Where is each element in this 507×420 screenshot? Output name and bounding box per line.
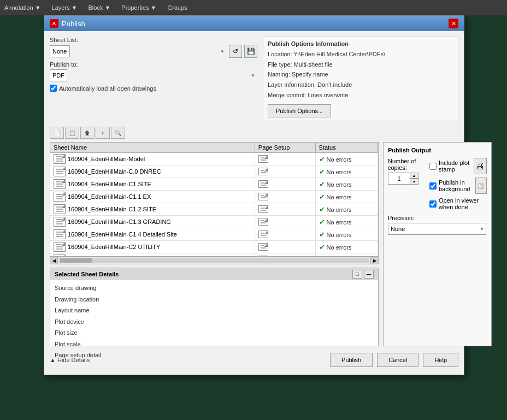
stamp-icon-btn[interactable]: 🖨 [474,158,486,174]
table-row[interactable]: 160904_EdenHillMain-C1.1 EX ✔ No errors [50,191,378,203]
sheet-name-text: 160904_EdenHillMain-C1.2 SITE [68,206,156,212]
toolbar-annotation[interactable]: Annotation ▼ [4,4,41,11]
details-expand-btn[interactable]: □ [352,270,362,279]
col-sheet-name: Sheet Name [50,143,255,153]
output-panel: Publish Output Number of copies: ▲ ▼ [383,142,492,346]
publish-bg-row: Publish in background 📋 [429,178,487,194]
status-check-icon: ✔ [319,168,325,176]
top-section: Sheet List: None ↺ 💾 Publish to: [50,37,458,121]
toolbar-groups[interactable]: Groups [167,4,187,11]
sheet-list-group: Sheet List: None ↺ 💾 [50,37,257,58]
toolbar-block[interactable]: Block ▼ [89,4,111,11]
details-field: Drawing location [55,294,374,305]
sheet-toolbar: 📄 📋 🗑 ↑ 🔍 [50,126,458,140]
open-viewer-checkbox[interactable] [429,200,437,208]
sheet-list-label: Sheet List: [50,37,257,43]
page-setup-icon [258,155,268,163]
toolbar-layers[interactable]: Layers ▼ [52,4,78,11]
close-button[interactable]: ✕ [449,19,458,28]
publish-dialog: A Publish ✕ Sheet List: None ↺ [44,15,464,375]
copies-input[interactable] [388,173,410,185]
cell-page-setup [255,241,315,253]
cell-status: ✔ No errors [315,241,378,253]
table-row[interactable]: 160904_EdenHillMain-Model ✔ No errors [50,153,378,165]
cell-page-setup [255,178,315,191]
page-setup-icon [258,205,268,213]
auto-load-checkbox[interactable] [50,85,57,92]
cell-sheet-name: 160904_EdenHillMain-Model [50,153,255,165]
copies-row: Number of copies: ▲ ▼ [388,158,487,210]
details-header: Selected Sheet Details □ — [50,268,378,280]
action-buttons: Publish Cancel Help [330,353,458,367]
copies-group: Number of copies: ▲ ▼ [388,158,418,185]
add-sheet-btn[interactable]: 📄 [50,127,64,139]
bg-icon-btn[interactable]: 📋 [475,178,487,194]
publish-options-button[interactable]: Publish Options... [268,104,331,117]
spinner-buttons: ▲ ▼ [410,173,418,185]
sheet-list-select[interactable]: None [50,45,70,57]
status-text: No errors [327,244,352,251]
horizontal-scrollbar[interactable]: ◀ ▶ [50,257,379,264]
publish-to-group: Publish to: PDF [50,61,257,81]
left-column: Sheet Name Page Setup Status [50,142,379,346]
publish-bg-checkbox[interactable] [429,182,437,190]
status-text: No errors [327,156,352,163]
cell-page-setup [255,191,315,203]
details-field: Plot device [55,316,374,328]
info-title: Publish Options Information [268,40,453,47]
status-text: No errors [327,232,352,238]
open-viewer-label: Open in viewer when done [439,197,487,210]
plot-stamp-label: Include plot stamp [439,159,474,173]
sheet-list-select-wrapper: None [50,45,227,57]
details-field: Source drawing [55,282,374,294]
precision-label: Precision: [388,215,487,221]
details-collapse-btn[interactable]: — [364,270,374,279]
status-check-icon: ✔ [319,243,325,251]
table-row[interactable]: 160904_EdenHillMain-C1.3 GRADING ✔ No e [50,216,378,228]
publish-bg-label: Publish in background [439,179,475,192]
cell-sheet-name: 160904_EdenHillMain-C1.1 EX [50,191,255,203]
hide-details-button[interactable]: ▲ Hide Details [50,357,90,363]
details-field: Plot scale [55,339,374,350]
table-row[interactable]: 160904_EdenHillMain-C2 UTILITY ✔ No err [50,241,378,253]
remove-sheet-btn[interactable]: 🗑 [80,127,95,139]
copies-up-btn[interactable]: ▲ [410,173,418,179]
sheet-table-wrapper[interactable]: Sheet Name Page Setup Status [50,142,379,257]
copies-label: Number of copies: [388,158,418,171]
doc-icon [54,242,66,252]
publish-to-select-wrapper: PDF [50,69,257,81]
info-location: Location: Y:\Eden Hill Medical Center\PD… [268,49,453,60]
scrollbar-thumb [60,258,92,263]
sheet-list-refresh-btn[interactable]: ↺ [229,45,242,58]
cancel-button[interactable]: Cancel [377,353,418,367]
table-row[interactable]: 160904_EdenHillMain-C1 SITE ✔ No errors [50,178,378,191]
precision-group: Precision: None [388,215,487,235]
copies-down-btn[interactable]: ▼ [410,179,418,185]
plot-stamp-row: Include plot stamp 🖨 [429,158,487,174]
add-all-open-btn[interactable]: 📋 [65,127,79,139]
auto-load-row: Automatically load all open drawings [50,85,257,92]
cell-sheet-name: 160904_EdenHillMain-C1 SITE [50,178,255,191]
precision-select[interactable]: None [388,223,486,235]
sheet-name-text: 160904_EdenHillMain-C1 SITE [68,181,151,187]
publish-to-select[interactable]: PDF [50,69,67,81]
table-row[interactable]: 160904_EdenHillMain-C.0 DNREC ✔ No erro [50,165,378,178]
status-text: No errors [327,219,352,226]
toolbar-properties[interactable]: Properties ▼ [121,4,156,11]
status-check-icon: ✔ [319,180,325,188]
help-button[interactable]: Help [423,353,458,367]
plot-stamp-checkbox[interactable] [429,163,437,170]
doc-icon [54,167,66,176]
preview-btn[interactable]: 🔍 [111,127,125,139]
sheet-list-save-btn[interactable]: 💾 [244,45,257,58]
page-setup-icon [258,168,268,175]
checkbox-output-group: Include plot stamp 🖨 Publish in backgrou… [429,158,487,210]
details-field: Page setup detail [55,350,374,361]
doc-icon [54,217,66,227]
table-row[interactable]: 160904_EdenHillMain-C1.2 SITE ✔ No erro [50,203,378,216]
plot-stamp-cb-row: Include plot stamp [429,159,474,173]
move-up-btn[interactable]: ↑ [96,127,110,139]
publish-button[interactable]: Publish [330,353,373,367]
table-row[interactable]: 160904_EdenHillMain-C1.4 Detailed Site ✔ [50,228,378,241]
cell-status: ✔ No errors [315,203,378,216]
